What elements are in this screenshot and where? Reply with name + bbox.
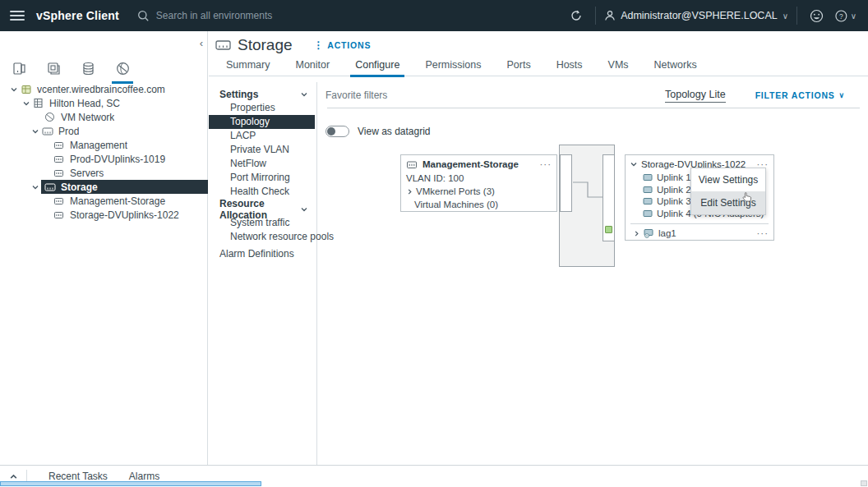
nav-item-private-vlan[interactable]: Private VLAN: [209, 143, 316, 157]
chevron-down-icon[interactable]: [21, 99, 32, 108]
toggle-label: View as datagrid: [358, 126, 431, 137]
tree-item-vcenter[interactable]: vcenter.wiredbraincoffee.com: [0, 82, 208, 96]
nav-item-network-resource-pools[interactable]: Network resource pools: [209, 230, 316, 244]
virtual-machines-row: Virtual Machines (0): [401, 198, 556, 211]
user-menu[interactable]: Administrator@VSPHERE.LOCAL ∨: [604, 10, 788, 21]
tree-item-management-pg[interactable]: Management: [0, 138, 208, 152]
settings-section-header[interactable]: Settings: [209, 87, 316, 101]
portgroup-menu-button[interactable]: ···: [540, 159, 552, 169]
configure-nav: Settings Properties Topology LACP Privat…: [209, 82, 317, 465]
chevron-down-icon: ∨: [783, 11, 788, 21]
chevron-down-icon: ∨: [839, 91, 845, 99]
nav-item-lacp[interactable]: LACP: [209, 129, 316, 143]
tree-item-prod-switch[interactable]: Prod: [0, 124, 208, 138]
portgroup-topology-box: Management-Storage ··· VLAN ID: 100 VMke…: [400, 154, 557, 212]
chevron-down-icon[interactable]: [30, 127, 41, 136]
uplink-icon: [643, 173, 653, 181]
chevron-right-icon[interactable]: [633, 230, 640, 237]
divider: [595, 7, 596, 25]
tree-item-label: Management-Storage: [70, 195, 165, 207]
svg-text:?: ?: [839, 11, 843, 20]
expand-panel-icon[interactable]: [0, 472, 26, 481]
datacenter-icon: [32, 98, 44, 108]
app-title: vSphere Client: [36, 9, 119, 22]
tree-item-label: vcenter.wiredbraincoffee.com: [37, 84, 165, 95]
divider: [327, 108, 860, 108]
tab-permissions[interactable]: Permissions: [417, 59, 489, 76]
tab-storage[interactable]: [72, 54, 104, 82]
nav-item-properties[interactable]: Properties: [209, 101, 316, 115]
context-menu: View Settings Edit Settings: [690, 168, 766, 215]
tab-hosts[interactable]: Hosts: [548, 59, 591, 76]
menu-item-edit-settings[interactable]: Edit Settings: [691, 191, 765, 214]
chevron-down-icon[interactable]: [8, 85, 20, 94]
nav-item-topology[interactable]: Topology: [209, 115, 315, 129]
tree-item-label: Management: [70, 140, 127, 151]
hamburger-menu-icon[interactable]: [10, 8, 25, 23]
object-tabs: Summary Monitor Configure Permissions Po…: [209, 59, 868, 76]
nav-item-health-check[interactable]: Health Check: [209, 185, 316, 199]
vmkernel-ports-label: VMkernel Ports (3): [416, 185, 495, 198]
topology-lite-button[interactable]: Topology Lite: [665, 89, 726, 103]
tab-monitor[interactable]: Monitor: [287, 59, 338, 76]
nav-item-alarm-definitions[interactable]: Alarm Definitions: [209, 247, 316, 261]
alarms-tab[interactable]: Alarms: [129, 471, 159, 482]
selected-tree-item[interactable]: Storage: [41, 180, 208, 194]
tab-vms-templates[interactable]: [38, 54, 69, 82]
filter-actions-button[interactable]: FILTER ACTIONS ∨: [755, 90, 845, 100]
horizontal-scrollbar-thumb[interactable]: [0, 481, 261, 486]
tab-summary[interactable]: Summary: [218, 59, 278, 76]
user-icon: [604, 10, 616, 21]
help-menu[interactable]: ? ∨: [835, 5, 856, 26]
dvswitch-icon: [41, 126, 53, 136]
lag-menu-button[interactable]: ···: [757, 228, 769, 238]
datagrid-toggle[interactable]: [326, 126, 349, 137]
chevron-right-icon[interactable]: [406, 188, 413, 195]
tree-item-prod-uplinks[interactable]: Prod-DVUplinks-1019: [0, 152, 208, 166]
search-input[interactable]: [156, 10, 337, 21]
tree-item-servers-pg[interactable]: Servers: [0, 166, 208, 180]
actions-button[interactable]: ⋮ ACTIONS: [314, 39, 372, 51]
portgroup-icon: [406, 159, 418, 170]
feedback-icon[interactable]: [806, 5, 827, 26]
uplink-group-icon: [53, 154, 65, 164]
refresh-icon[interactable]: [566, 5, 587, 26]
nav-item-netflow[interactable]: NetFlow: [209, 157, 316, 171]
vmkernel-ports-row[interactable]: VMkernel Ports (3): [401, 185, 556, 198]
tab-networks[interactable]: Networks: [646, 59, 705, 76]
tab-configure[interactable]: Configure: [347, 59, 408, 76]
tab-networking[interactable]: [107, 54, 138, 82]
resource-allocation-section-header[interactable]: Resource Allocation: [209, 202, 316, 216]
divider: [630, 223, 769, 224]
chevron-down-icon[interactable]: [30, 183, 41, 191]
divider: [796, 7, 797, 25]
tree-item-label: Servers: [70, 168, 104, 179]
tree-item-datacenter[interactable]: Hilton Head, SC: [0, 96, 208, 110]
resize-grip[interactable]: [861, 480, 867, 486]
portgroup-icon: [53, 140, 65, 150]
portgroup-box-title: Management-Storage: [422, 159, 519, 169]
vlan-id-row: VLAN ID: 100: [401, 172, 556, 185]
inventory-tree: vcenter.wiredbraincoffee.com Hilton Head…: [0, 82, 208, 222]
tree-item-management-storage-pg[interactable]: Management-Storage: [0, 194, 208, 208]
tree-item-vm-network[interactable]: VM Network: [0, 110, 208, 124]
filter-bar: Favorite filters Topology Lite FILTER AC…: [318, 83, 868, 108]
nav-item-port-mirroring[interactable]: Port Mirroring: [209, 171, 316, 185]
tab-hosts-clusters[interactable]: [3, 54, 35, 82]
tab-vms[interactable]: VMs: [600, 59, 637, 76]
menu-item-view-settings[interactable]: View Settings: [691, 168, 765, 191]
global-search[interactable]: [137, 10, 337, 22]
search-icon: [137, 10, 150, 22]
navigation-sidebar: ‹ vcenter.wiredbraincoffee.com: [0, 31, 208, 465]
page-title: Storage: [238, 36, 293, 54]
recent-tasks-tab[interactable]: Recent Tasks: [48, 471, 108, 482]
tree-item-label: VM Network: [61, 112, 114, 123]
collapse-sidebar-icon[interactable]: ‹: [200, 38, 203, 48]
portgroup-icon: [53, 168, 65, 178]
tab-ports[interactable]: Ports: [498, 59, 538, 76]
chevron-down-icon[interactable]: [630, 160, 638, 168]
lag-row[interactable]: lag1 ···: [626, 227, 773, 240]
active-port-indicator: [605, 226, 612, 233]
tree-item-storage-uplinks[interactable]: Storage-DVUplinks-1022: [0, 208, 208, 222]
tree-item-storage-switch[interactable]: Storage: [0, 180, 208, 194]
